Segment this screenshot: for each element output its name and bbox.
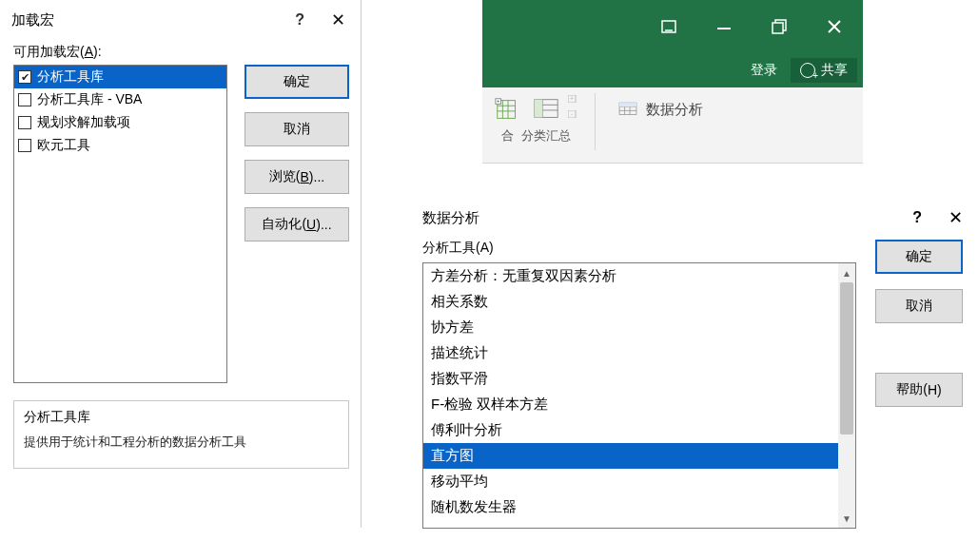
analysis-tool-item[interactable]: 描述统计 bbox=[423, 340, 838, 366]
svg-text:+: + bbox=[497, 98, 499, 104]
data-analysis-dialog: 数据分析 ? ✕ 分析工具(A) 方差分析：无重复双因素分析相关系数协方差描述统… bbox=[409, 200, 976, 536]
addin-item-label: 欧元工具 bbox=[37, 137, 90, 154]
da-titlebar: 数据分析 ? ✕ bbox=[409, 200, 976, 236]
analysis-tool-item[interactable]: 随机数发生器 bbox=[423, 494, 838, 520]
restore-icon[interactable] bbox=[770, 17, 789, 36]
addin-description: 分析工具库 提供用于统计和工程分析的数据分析工具 bbox=[13, 400, 349, 469]
analysis-tools-label: 分析工具(A) bbox=[422, 240, 856, 257]
addins-titlebar: 加载宏 ? ✕ bbox=[0, 0, 361, 40]
addin-description-body: 提供用于统计和工程分析的数据分析工具 bbox=[24, 434, 339, 451]
ribbon-commands: + + - 合 分类汇总 数据分析 bbox=[482, 87, 863, 164]
share-icon bbox=[800, 63, 815, 78]
analysis-tool-item[interactable]: F-检验 双样本方差 bbox=[423, 392, 838, 417]
excel-ribbon: 登录 共享 + + - 合 分类汇总 bbox=[482, 0, 863, 164]
svg-rect-25 bbox=[619, 103, 636, 106]
analysis-tools-listbox[interactable]: 方差分析：无重复双因素分析相关系数协方差描述统计指数平滑F-检验 双样本方差傅利… bbox=[422, 262, 856, 529]
analysis-tool-item[interactable]: 移动平均 bbox=[423, 469, 838, 494]
addins-title: 加载宏 bbox=[11, 11, 54, 29]
ribbon-separator bbox=[595, 93, 596, 150]
excel-titlebar bbox=[482, 0, 863, 53]
scroll-thumb[interactable] bbox=[840, 282, 853, 434]
analysis-tool-item[interactable]: 指数平滑 bbox=[423, 366, 838, 392]
addin-item[interactable]: 规划求解加载项 bbox=[14, 111, 226, 134]
share-button[interactable]: 共享 bbox=[791, 58, 857, 83]
close-icon[interactable] bbox=[825, 17, 844, 36]
close-icon[interactable]: ✕ bbox=[949, 207, 963, 228]
analysis-tool-item[interactable]: 方差分析：无重复双因素分析 bbox=[423, 263, 838, 289]
group-icon[interactable]: + bbox=[492, 93, 524, 126]
data-analysis-button[interactable]: 数据分析 bbox=[611, 93, 710, 126]
scroll-down-icon[interactable]: ▼ bbox=[838, 509, 855, 528]
close-icon[interactable]: ✕ bbox=[331, 10, 345, 30]
addin-item-label: 分析工具库 bbox=[37, 68, 104, 86]
ribbon-options-icon[interactable] bbox=[659, 17, 678, 36]
addins-window-controls: ? ✕ bbox=[295, 10, 353, 30]
addin-description-title: 分析工具库 bbox=[24, 409, 339, 426]
help-button[interactable]: 帮助(H) bbox=[875, 373, 963, 407]
svg-text:-: - bbox=[571, 110, 574, 117]
analysis-tool-item[interactable]: 协方差 bbox=[423, 315, 838, 340]
help-icon[interactable]: ? bbox=[295, 11, 304, 29]
ok-button[interactable]: 确定 bbox=[875, 240, 963, 274]
svg-rect-15 bbox=[535, 100, 542, 118]
cancel-button[interactable]: 取消 bbox=[875, 289, 963, 323]
addin-item-label: 规划求解加载项 bbox=[37, 114, 130, 131]
outline-group: + + - 合 分类汇总 bbox=[492, 93, 579, 145]
subtotal-icon[interactable] bbox=[530, 93, 562, 126]
login-button[interactable]: 登录 bbox=[743, 58, 785, 83]
da-title: 数据分析 bbox=[422, 209, 479, 227]
help-icon[interactable]: ? bbox=[912, 209, 922, 226]
automation-button[interactable]: 自动化(U)... bbox=[244, 207, 349, 241]
addin-item[interactable]: 分析工具库 - VBA bbox=[14, 88, 226, 111]
addins-dialog: 加载宏 ? ✕ 可用加载宏(A): 分析工具库分析工具库 - VBA规划求解加载… bbox=[0, 0, 362, 528]
addin-checkbox[interactable] bbox=[18, 70, 31, 84]
addin-item[interactable]: 欧元工具 bbox=[14, 134, 226, 157]
addin-item-label: 分析工具库 - VBA bbox=[37, 91, 142, 108]
listbox-scrollbar[interactable]: ▲ ▼ bbox=[838, 263, 855, 528]
minimize-icon[interactable] bbox=[714, 17, 734, 36]
expand-collapse-icons[interactable]: + - bbox=[568, 93, 579, 118]
addin-checkbox[interactable] bbox=[18, 139, 31, 152]
data-analysis-icon bbox=[617, 99, 638, 120]
addin-checkbox[interactable] bbox=[18, 116, 31, 129]
addin-item[interactable]: 分析工具库 bbox=[14, 66, 226, 88]
scroll-up-icon[interactable]: ▲ bbox=[838, 263, 855, 282]
browse-button[interactable]: 浏览(B)... bbox=[244, 160, 349, 194]
analysis-tool-item[interactable]: 相关系数 bbox=[423, 289, 838, 315]
analysis-tool-item[interactable]: 直方图 bbox=[423, 443, 838, 469]
ok-button[interactable]: 确定 bbox=[244, 65, 349, 99]
svg-text:+: + bbox=[570, 95, 574, 102]
excel-account-bar: 登录 共享 bbox=[482, 53, 863, 87]
addins-listbox[interactable]: 分析工具库分析工具库 - VBA规划求解加载项欧元工具 bbox=[13, 65, 227, 383]
analysis-tool-item[interactable]: 傅利叶分析 bbox=[423, 417, 838, 443]
svg-rect-3 bbox=[773, 23, 783, 33]
addin-checkbox[interactable] bbox=[18, 93, 31, 106]
cancel-button[interactable]: 取消 bbox=[244, 112, 349, 146]
available-addins-label: 可用加载宏(A): bbox=[13, 44, 349, 61]
